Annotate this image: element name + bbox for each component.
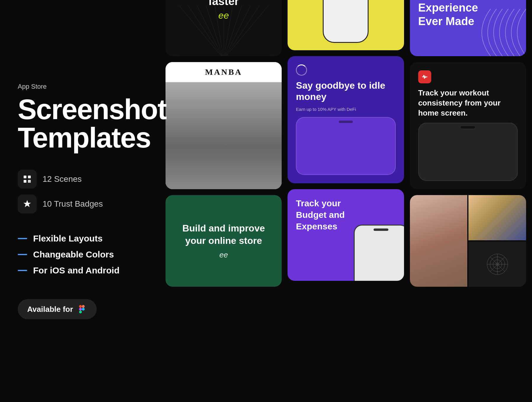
- phone-dark-notch: [461, 126, 475, 129]
- phone-purple-notch: [339, 121, 353, 123]
- svg-rect-7: [79, 305, 82, 308]
- badges-icon-box: [18, 194, 37, 213]
- phone-yellow: [323, 0, 369, 43]
- bullet-platforms: For iOS and Android: [18, 265, 148, 275]
- available-button[interactable]: Available for: [18, 299, 97, 319]
- exp-title: Experience Ever Made: [418, 1, 518, 28]
- debt-text: card debt faster: [198, 0, 249, 8]
- pulse-icon: [421, 73, 428, 80]
- svg-line-12: [179, 6, 224, 56]
- card-yellow: [288, 0, 404, 50]
- bullet-list: Flexible Layouts Changeable Colors For i…: [18, 234, 148, 281]
- photo-person: [410, 195, 468, 287]
- star-icon: [22, 199, 32, 209]
- phone-budget: [354, 225, 404, 281]
- scenes-label: 12 Scenes: [43, 174, 82, 184]
- left-panel: App Store Screenshot Templates 12 Scenes: [0, 0, 166, 402]
- idle-spinner-icon: [296, 64, 307, 76]
- svg-point-11: [82, 308, 85, 310]
- svg-rect-1: [28, 176, 31, 178]
- features-list: 12 Scenes 10 Trust Badges: [18, 170, 148, 219]
- svg-rect-9: [79, 308, 82, 310]
- bullet-flexible: Flexible Layouts: [18, 234, 148, 244]
- card-idle: Say goodbye to idle money Earn up to 10%…: [288, 56, 404, 183]
- card-experience: Experience Ever Made: [410, 0, 526, 56]
- svg-line-22: [224, 6, 268, 56]
- manba-brand: MANBA: [205, 67, 242, 77]
- column-2: Say goodbye to idle money Earn up to 10%…: [288, 0, 404, 287]
- bullet-dash-2: [18, 254, 27, 255]
- idle-subtitle: Earn up to 10% APY with DeFi: [296, 107, 395, 112]
- store-script: ee: [219, 250, 228, 260]
- svg-rect-2: [24, 180, 26, 183]
- figma-icon: [77, 304, 87, 315]
- svg-rect-0: [24, 176, 26, 178]
- main-title: Screenshot Templates: [18, 95, 148, 152]
- badges-label: 10 Trust Badges: [43, 199, 103, 209]
- bullet-colors: Changeable Colors: [18, 249, 148, 260]
- phone-purple: [296, 117, 395, 175]
- column-3: Experience Ever Made Track your work: [410, 0, 526, 287]
- scenes-feature: 12 Scenes: [18, 170, 148, 189]
- card-workout: Track your workout consistency from your…: [410, 62, 526, 189]
- subtitle: App Store: [18, 83, 148, 90]
- bullet-dash-3: [18, 270, 27, 271]
- card-store: Build and improve your online store ee: [166, 195, 282, 287]
- card-photos: [410, 195, 526, 287]
- spider-web-icon: [486, 252, 509, 276]
- card-manba: MANBA: [166, 62, 282, 189]
- manba-header: MANBA: [166, 62, 282, 82]
- manba-photo: [166, 82, 282, 189]
- phone-dark: [418, 123, 518, 181]
- idle-title: Say goodbye to idle money: [296, 80, 395, 103]
- workout-badge: [418, 70, 431, 83]
- phone-budget-notch: [374, 228, 388, 231]
- svg-rect-10: [79, 311, 82, 313]
- badges-feature: 10 Trust Badges: [18, 194, 148, 213]
- store-title: Build and improve your online store: [174, 222, 273, 247]
- grid-icon: [22, 174, 32, 184]
- scenes-icon-box: [18, 170, 37, 189]
- card-debt: card debt faster ee: [166, 0, 282, 56]
- photo-landscape: [468, 195, 526, 240]
- workout-title: Track your workout consistency from your…: [418, 88, 518, 118]
- debt-script: ee: [218, 10, 229, 21]
- budget-title: Track your Budget and Expenses: [296, 197, 351, 232]
- card-budget: Track your Budget and Expenses: [288, 189, 404, 281]
- cards-grid: card debt faster ee: [160, 0, 532, 293]
- person-figure: [166, 82, 282, 189]
- column-1: card debt faster ee: [166, 0, 282, 287]
- photo-spider: [468, 241, 526, 287]
- svg-rect-8: [82, 305, 85, 308]
- bullet-dash-1: [18, 238, 27, 239]
